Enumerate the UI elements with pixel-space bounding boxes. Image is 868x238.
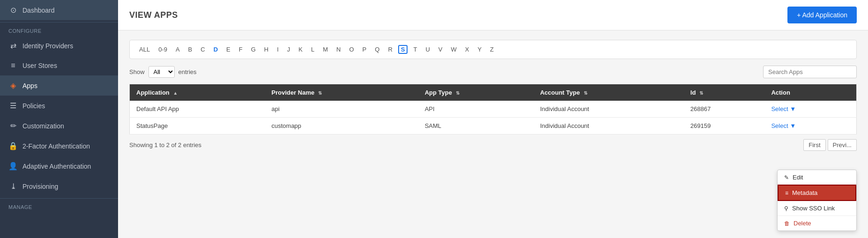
sidebar-item-label: 2-Factor Authentication: [22, 142, 90, 150]
col-action: Action: [764, 84, 856, 101]
action-dropdown-menu: ✎ Edit ≡ Metadata ⚲ Show SSO Link 🗑 Dele…: [777, 170, 857, 231]
alpha-filter-item[interactable]: G: [248, 45, 259, 54]
header-bar: VIEW APPS + Add Application: [118, 0, 868, 30]
sidebar-item-label: Dashboard: [22, 7, 55, 14]
entries-label: entries: [178, 68, 197, 75]
alpha-filter-item[interactable]: Q: [372, 45, 382, 54]
delete-icon: 🗑: [784, 220, 790, 227]
col-id: Id ⇅: [684, 84, 765, 101]
sidebar-item-2fa[interactable]: 🔒 2-Factor Authentication: [0, 136, 118, 156]
sidebar-item-provisioning[interactable]: ⤓ Provisioning: [0, 176, 118, 196]
table-header-row: Application ▲ Provider Name ⇅ App Type ⇅…: [130, 84, 857, 101]
apps-icon: ◈: [8, 81, 18, 90]
add-application-button[interactable]: + Add Application: [787, 7, 857, 23]
alpha-filter-item[interactable]: B: [185, 45, 195, 54]
sort-icon-apptype[interactable]: ⇅: [456, 90, 460, 96]
cell-id: 268867: [684, 101, 765, 118]
select-dropdown-icon-row2[interactable]: ▼: [790, 122, 796, 129]
manage-section-label: Manage: [0, 201, 118, 212]
menu-item-delete-label: Delete: [794, 220, 811, 227]
alpha-filter-item[interactable]: S: [398, 45, 408, 54]
provisioning-icon: ⤓: [8, 182, 18, 191]
cell-application: StatusPage: [130, 118, 265, 134]
alpha-filter-item[interactable]: R: [385, 45, 395, 54]
table-row: StatusPage customapp SAML Individual Acc…: [130, 118, 857, 134]
identity-providers-icon: ⇄: [8, 41, 18, 50]
alpha-filter-item[interactable]: E: [223, 45, 233, 54]
alpha-filter-item[interactable]: I: [274, 45, 282, 54]
apps-content: ALL0-9ABCDEFGHIJKLMNOPQRSTUVWXYZ Show Al…: [118, 30, 868, 238]
select-action-row2[interactable]: Select: [771, 122, 788, 129]
alphabet-filter: ALL0-9ABCDEFGHIJKLMNOPQRSTUVWXYZ: [129, 40, 857, 59]
sso-link-icon: ⚲: [784, 205, 788, 212]
menu-item-delete[interactable]: 🗑 Delete: [778, 216, 856, 231]
sidebar-item-label: Customization: [22, 122, 64, 130]
apps-table: Application ▲ Provider Name ⇅ App Type ⇅…: [129, 84, 857, 134]
sort-icon-id[interactable]: ⇅: [699, 90, 703, 96]
alpha-filter-item[interactable]: F: [236, 45, 245, 54]
col-application: Application ▲: [130, 84, 265, 101]
menu-item-edit-label: Edit: [793, 174, 803, 181]
menu-item-metadata[interactable]: ≡ Metadata: [778, 185, 856, 201]
sidebar-item-label: Adaptive Authentication: [22, 163, 91, 170]
sidebar-item-label: Identity Providers: [22, 42, 73, 50]
pagination: First Previ...: [803, 139, 857, 151]
alpha-filter-item[interactable]: 0-9: [156, 45, 170, 54]
sidebar-item-label: User Stores: [22, 62, 57, 69]
alpha-filter-item[interactable]: D: [211, 45, 221, 54]
alpha-filter-item[interactable]: H: [261, 45, 271, 54]
alpha-filter-item[interactable]: A: [173, 45, 183, 54]
select-action-row1[interactable]: Select: [771, 105, 788, 112]
sidebar-item-dashboard[interactable]: ⊙ Dashboard: [0, 0, 118, 20]
alpha-filter-item[interactable]: C: [198, 45, 208, 54]
sidebar-item-label: Policies: [22, 102, 45, 110]
alpha-filter-item[interactable]: U: [423, 45, 432, 54]
menu-item-sso-label: Show SSO Link: [792, 205, 835, 212]
sidebar-item-user-stores[interactable]: ≡ User Stores: [0, 56, 118, 75]
menu-item-edit[interactable]: ✎ Edit: [778, 170, 856, 185]
col-account-type: Account Type ⇅: [534, 84, 684, 101]
sidebar-item-label: Provisioning: [22, 183, 58, 190]
policies-icon: ☰: [8, 101, 18, 110]
sidebar-item-policies[interactable]: ☰ Policies: [0, 96, 118, 116]
menu-item-show-sso-link[interactable]: ⚲ Show SSO Link: [778, 201, 856, 216]
alpha-filter-item[interactable]: P: [360, 45, 370, 54]
alpha-filter-item[interactable]: K: [296, 45, 305, 54]
col-provider-name: Provider Name ⇅: [265, 84, 418, 101]
configure-section-label: Configure: [0, 24, 118, 36]
sidebar-item-apps[interactable]: ◈ Apps: [0, 75, 118, 96]
prev-page-button[interactable]: Previ...: [828, 139, 857, 151]
alpha-filter-item[interactable]: V: [436, 45, 445, 54]
cell-application: Default API App: [130, 101, 265, 118]
sidebar-item-adaptive-auth[interactable]: 👤 Adaptive Authentication: [0, 156, 118, 176]
alpha-filter-item[interactable]: X: [462, 45, 472, 54]
sidebar-item-identity-providers[interactable]: ⇄ Identity Providers: [0, 36, 118, 56]
show-label: Show: [129, 68, 145, 75]
sidebar-item-label: Apps: [22, 82, 37, 89]
search-input[interactable]: [763, 66, 857, 78]
select-dropdown-icon-row1[interactable]: ▼: [790, 105, 796, 112]
sort-icon-provider[interactable]: ⇅: [318, 90, 322, 96]
entries-select[interactable]: All 10 25 50 100: [148, 66, 175, 78]
menu-item-metadata-label: Metadata: [792, 189, 817, 196]
user-stores-icon: ≡: [8, 61, 18, 70]
alpha-filter-item[interactable]: J: [284, 45, 293, 54]
first-page-button[interactable]: First: [803, 139, 825, 151]
cell-action: Select ▼: [764, 118, 856, 134]
show-entries-left: Show All 10 25 50 100 entries: [129, 66, 197, 78]
alpha-filter-item[interactable]: Z: [487, 45, 497, 54]
sidebar-item-customization[interactable]: ✏ Customization: [0, 116, 118, 136]
2fa-icon: 🔒: [8, 141, 18, 150]
alpha-filter-item[interactable]: L: [308, 45, 317, 54]
alpha-filter-item[interactable]: Y: [475, 45, 484, 54]
alpha-filter-item[interactable]: T: [410, 45, 420, 54]
page-title: VIEW APPS: [129, 10, 178, 20]
sort-icon-application[interactable]: ▲: [173, 90, 178, 96]
alpha-filter-item[interactable]: M: [320, 45, 331, 54]
cell-provider-name: api: [265, 101, 418, 118]
alpha-filter-item[interactable]: N: [334, 45, 343, 54]
alpha-filter-item[interactable]: O: [346, 45, 356, 54]
sort-icon-accounttype[interactable]: ⇅: [584, 90, 587, 96]
alpha-filter-item[interactable]: W: [448, 45, 459, 54]
alpha-filter-item[interactable]: ALL: [136, 45, 153, 54]
